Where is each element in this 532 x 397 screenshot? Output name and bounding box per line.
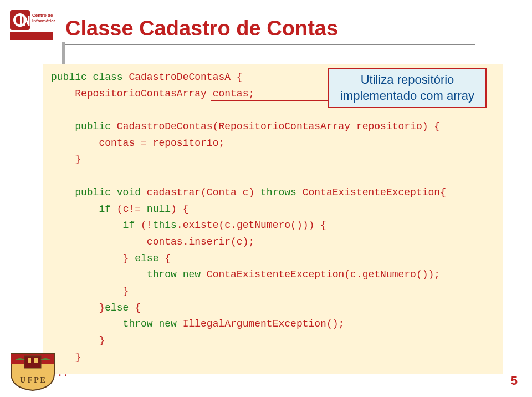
page-number: 5 xyxy=(511,374,518,388)
code-kw: else xyxy=(129,253,158,264)
code-text: CadastroDeContasA { xyxy=(123,72,243,83)
code-kw: public void xyxy=(51,187,141,198)
code-text: ContaExistenteException{ xyxy=(296,187,446,198)
annotation-line1: Utiliza repositório xyxy=(336,72,479,88)
svg-text:U F P E: U F P E xyxy=(20,376,45,384)
code-text: RepositorioContasArray xyxy=(51,88,207,99)
code-kw: else xyxy=(105,302,129,313)
code-kw: throws xyxy=(254,187,296,198)
code-text: } xyxy=(51,154,81,165)
code-box: public class CadastroDeContasA { Reposit… xyxy=(43,64,503,374)
code-text: ) { xyxy=(171,203,188,215)
annotation-line2: implementado com array xyxy=(336,88,479,104)
code-block: public class CadastroDeContasA { Reposit… xyxy=(51,69,495,382)
svg-rect-5 xyxy=(10,32,53,40)
svg-rect-7 xyxy=(28,358,31,363)
code-text: } xyxy=(51,286,129,297)
code-kw: throw new xyxy=(51,269,201,280)
code-text: } xyxy=(51,335,105,346)
cin-logo-top: Centro de Informática xyxy=(8,7,55,42)
svg-text:Informática: Informática xyxy=(32,18,55,23)
title-underline xyxy=(65,40,475,45)
svg-text:Centro de: Centro de xyxy=(32,13,53,18)
code-kw: public xyxy=(51,72,87,83)
code-kw: public xyxy=(51,121,111,132)
svg-rect-8 xyxy=(34,358,38,363)
code-text: CadastroDeContas(RepositorioContasArray … xyxy=(111,121,440,132)
annotation-callout: Utiliza repositório implementado com arr… xyxy=(328,68,487,108)
code-text: contas.inserir(c); xyxy=(51,236,254,247)
code-kw: if xyxy=(51,220,135,231)
code-text: ContaExistenteException(c.getNumero()); xyxy=(201,269,440,280)
code-kw: null xyxy=(141,203,171,215)
code-kw: throw new xyxy=(51,318,177,329)
code-text: { xyxy=(129,302,141,313)
svg-rect-2 xyxy=(20,14,22,26)
code-text: IllegalArgumentException(); xyxy=(177,318,344,329)
code-kw: this xyxy=(153,220,177,231)
ufpe-shield-icon: U F P E xyxy=(8,350,58,391)
title-block: Classe Cadastro de Contas xyxy=(65,17,475,45)
ufpe-shield-logo: U F P E xyxy=(8,350,58,391)
slide-title: Classe Cadastro de Contas xyxy=(65,17,475,40)
code-text: { xyxy=(158,253,171,264)
code-kw: class xyxy=(87,72,123,83)
code-text: cadastrar(Conta c) xyxy=(141,187,254,198)
svg-rect-6 xyxy=(24,356,41,368)
code-text: (! xyxy=(135,220,152,231)
code-text: } xyxy=(51,253,129,264)
code-text: } xyxy=(51,302,105,313)
code-text: .existe(c.getNumero())) { xyxy=(177,220,326,231)
annotation-pointer xyxy=(211,100,328,101)
cin-logo-icon: Centro de Informática xyxy=(8,7,55,42)
code-text: contas = repositorio; xyxy=(51,138,224,149)
code-kw: if xyxy=(51,203,111,215)
code-text: (c!= xyxy=(111,203,141,215)
code-text: contas; xyxy=(207,88,254,99)
